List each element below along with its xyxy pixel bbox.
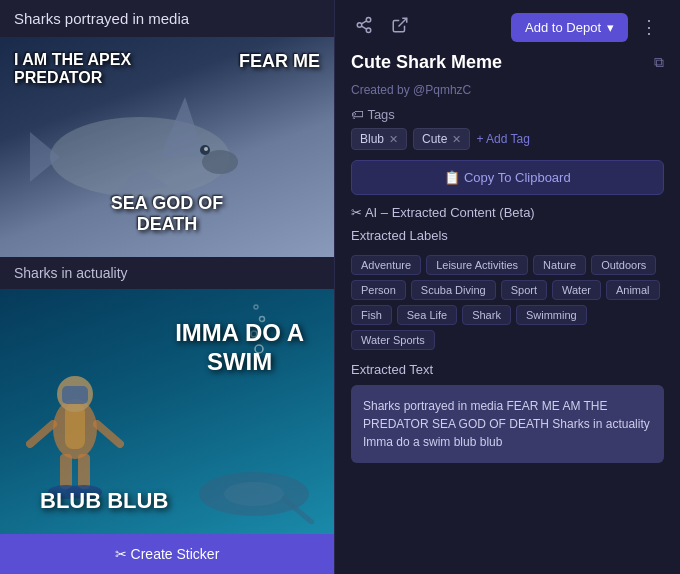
label-sealife: Sea Life <box>397 305 457 325</box>
label-adventure: Adventure <box>351 255 421 275</box>
header-icon-actions <box>351 12 413 42</box>
create-sticker-button[interactable]: ✂ Create Sticker <box>0 534 334 574</box>
tag-chip-blub: Blub ✕ <box>351 128 407 150</box>
tag-remove-cute[interactable]: ✕ <box>452 133 461 146</box>
extracted-text-title: Extracted Text <box>351 362 664 377</box>
dropdown-arrow-icon: ▾ <box>607 20 614 35</box>
svg-rect-13 <box>60 454 72 489</box>
divider-label: Sharks in actuality <box>0 257 334 289</box>
right-header: Add to Depot ▾ ⋮ <box>351 12 664 42</box>
meme-text-apex: I AM THE APEXPREDATOR <box>14 51 131 87</box>
tag-label-blub: Blub <box>360 132 384 146</box>
created-by-text: Created by @PqmhzC <box>351 83 664 97</box>
content-title: Cute Shark Meme <box>351 52 502 73</box>
tag-chip-cute: Cute ✕ <box>413 128 470 150</box>
external-link-icon-btn[interactable] <box>387 12 413 42</box>
stingray-icon <box>194 454 314 524</box>
media-header: Sharks portrayed in media <box>0 0 334 37</box>
svg-line-29 <box>399 18 407 26</box>
meme-text-imma: Imma do aswim <box>175 319 304 377</box>
share-icon[interactable] <box>351 12 377 42</box>
svg-line-27 <box>361 26 366 29</box>
label-leisure: Leisure Activities <box>426 255 528 275</box>
tag-label-cute: Cute <box>422 132 447 146</box>
label-water: Water <box>552 280 601 300</box>
label-outdoors: Outdoors <box>591 255 656 275</box>
label-nature: Nature <box>533 255 586 275</box>
label-scuba: Scuba Diving <box>411 280 496 300</box>
svg-line-28 <box>361 21 366 24</box>
extracted-text-box: Sharks portrayed in media FEAR ME AM THE… <box>351 385 664 463</box>
tags-label: 🏷 Tags <box>351 107 664 122</box>
ai-section-title: ✂ AI – Extracted Content (Beta) <box>351 205 664 220</box>
tags-row: Blub ✕ Cute ✕ + Add Tag <box>351 128 664 150</box>
meme-text-seagod: SEA GOD OFDEATH <box>67 193 267 235</box>
title-external-link-icon[interactable]: ⧉ <box>654 54 664 71</box>
content-title-row: Cute Shark Meme ⧉ <box>351 52 664 73</box>
add-to-depot-label: Add to Depot <box>525 20 601 35</box>
tags-section: 🏷 Tags Blub ✕ Cute ✕ + Add Tag <box>351 107 664 150</box>
label-person: Person <box>351 280 406 300</box>
labels-row: Adventure Leisure Activities Nature Outd… <box>351 255 664 350</box>
svg-rect-10 <box>62 386 88 404</box>
label-fish: Fish <box>351 305 392 325</box>
svg-line-11 <box>30 424 53 444</box>
left-panel: Sharks portrayed in media I AM THE APEXP… <box>0 0 335 574</box>
svg-marker-2 <box>30 132 60 182</box>
svg-line-12 <box>97 424 120 444</box>
label-swimming: Swimming <box>516 305 587 325</box>
meme-text-fearme: FEAR ME <box>239 51 320 72</box>
ai-section: ✂ AI – Extracted Content (Beta) Extracte… <box>351 205 664 463</box>
tag-remove-blub[interactable]: ✕ <box>389 133 398 146</box>
label-shark: Shark <box>462 305 511 325</box>
extracted-labels-title: Extracted Labels <box>351 228 664 243</box>
more-options-button[interactable]: ⋮ <box>634 12 664 42</box>
label-sport: Sport <box>501 280 547 300</box>
meme-text-blub: blub blub <box>40 488 168 514</box>
svg-point-24 <box>366 18 371 23</box>
svg-point-5 <box>204 147 208 151</box>
right-panel: Add to Depot ▾ ⋮ Cute Shark Meme ⧉ Creat… <box>335 0 680 574</box>
svg-point-18 <box>224 482 284 506</box>
label-animal: Animal <box>606 280 660 300</box>
meme-bottom-image: Imma do aswim blub blub <box>0 289 334 534</box>
copy-clipboard-button[interactable]: 📋 Copy To Clipboard <box>351 160 664 195</box>
svg-rect-14 <box>78 454 90 489</box>
svg-point-25 <box>357 23 362 28</box>
svg-point-23 <box>254 305 258 309</box>
add-to-depot-button[interactable]: Add to Depot ▾ <box>511 13 628 42</box>
meme-top-image: I AM THE APEXPREDATOR FEAR ME SEA GOD OF… <box>0 37 334 257</box>
label-watersports: Water Sports <box>351 330 435 350</box>
add-tag-button[interactable]: + Add Tag <box>476 132 530 146</box>
svg-point-26 <box>366 28 371 33</box>
